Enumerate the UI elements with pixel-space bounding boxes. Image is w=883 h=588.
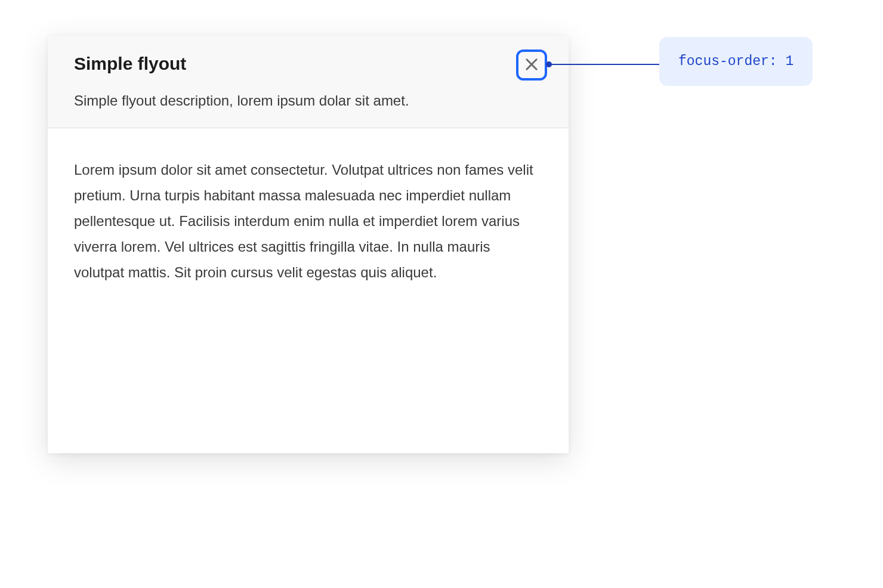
close-button[interactable] [517, 51, 546, 79]
close-icon [523, 56, 540, 75]
flyout-panel: Simple flyout Simple flyout description,… [48, 36, 569, 453]
flyout-description: Simple flyout description, lorem ipsum d… [74, 91, 542, 111]
flyout-body-text: Lorem ipsum dolor sit amet consectetur. … [74, 157, 542, 286]
flyout-body: Lorem ipsum dolor sit amet consectetur. … [48, 128, 569, 453]
flyout-header: Simple flyout Simple flyout description,… [48, 36, 569, 128]
annotation-line [548, 64, 659, 65]
annotation-badge: focus-order: 1 [659, 37, 813, 86]
flyout-title: Simple flyout [74, 54, 542, 74]
